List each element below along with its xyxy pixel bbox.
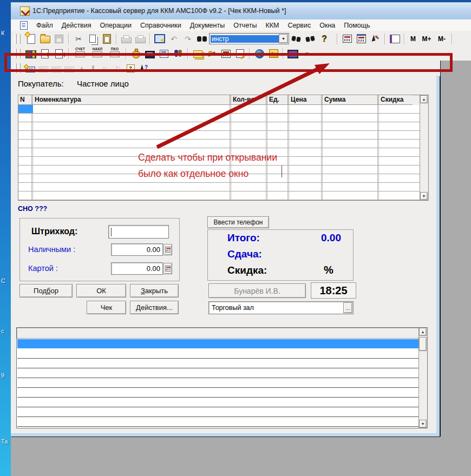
- barcode-input[interactable]: [108, 225, 169, 239]
- column-header-unit[interactable]: Ед.: [267, 95, 289, 105]
- close-button[interactable]: Закрыть: [130, 284, 179, 298]
- paste-icon[interactable]: [100, 33, 113, 45]
- find-next-icon[interactable]: [290, 33, 303, 45]
- menu-windows[interactable]: Окна: [315, 21, 339, 30]
- items-table: N Номенклатура Кол-во Ед. Цена Сумма Ски…: [18, 95, 429, 201]
- discount-label: Скидка:: [227, 265, 267, 276]
- desktop-icon-label[interactable]: К: [1, 30, 4, 36]
- menu-file[interactable]: Файл: [32, 21, 57, 30]
- annotation-line-2: было как отдельное окно: [138, 168, 248, 180]
- pick-button[interactable]: Подбор: [19, 284, 73, 298]
- find-combobox[interactable]: инстр ▼: [209, 33, 289, 44]
- ok-button[interactable]: ОК: [76, 284, 126, 298]
- discount-unit: %: [324, 264, 333, 276]
- memory-subtract-button[interactable]: M-: [435, 33, 449, 45]
- scroll-thumb[interactable]: [419, 337, 427, 351]
- zoom-edit-icon[interactable]: ✎: [369, 33, 382, 45]
- new-document-icon[interactable]: [24, 33, 37, 45]
- cut-icon[interactable]: ✂: [72, 33, 85, 45]
- find-previous-icon[interactable]: [304, 33, 317, 45]
- find-combobox-value: инстр: [211, 35, 279, 43]
- total-label: Итого:: [227, 232, 260, 244]
- window-title: 1С:Предприятие - Кассовый сервер для ККМ…: [32, 7, 286, 15]
- bottom-list-rows[interactable]: [17, 349, 418, 427]
- help-icon[interactable]: ?: [318, 33, 331, 45]
- scroll-up-icon[interactable]: ▲: [419, 328, 427, 336]
- actions-button[interactable]: Действия...: [130, 301, 179, 314]
- memory-add-button[interactable]: M+: [420, 33, 434, 45]
- sno-label: СНО ???: [18, 205, 47, 213]
- app-logo-icon: [20, 6, 30, 16]
- bottom-list-selected-row[interactable]: [17, 339, 418, 348]
- menu-bar: Файл Действия Операции Справочники Докум…: [11, 19, 471, 31]
- time-display: 18:25: [311, 282, 356, 299]
- menu-catalogs[interactable]: Справочники: [136, 21, 186, 30]
- document-menu-icon[interactable]: [20, 21, 28, 30]
- cash-label: Наличными :: [28, 245, 75, 254]
- menu-reports[interactable]: Отчеты: [229, 21, 261, 30]
- bottom-list[interactable]: ▲ ▼: [16, 327, 428, 428]
- print-preview-icon: [134, 33, 147, 45]
- open-folder-icon[interactable]: [38, 33, 51, 45]
- toolbar-grip[interactable]: [18, 34, 21, 44]
- enter-phone-button[interactable]: Ввести телефон: [207, 216, 269, 228]
- department-value: Торговый зал: [212, 304, 343, 312]
- calendar-icon[interactable]: [355, 33, 368, 45]
- screen: К С с 9 Та 1С:Предприятие - Кассовый сер…: [0, 0, 471, 476]
- find-dropdown-icon[interactable]: ▼: [279, 34, 288, 43]
- menu-help[interactable]: Помощь: [339, 21, 374, 30]
- menu-service[interactable]: Сервис: [283, 21, 315, 30]
- column-header-sum[interactable]: Сумма: [323, 95, 379, 105]
- scroll-up-icon[interactable]: ▲: [420, 95, 428, 103]
- print-icon: [120, 33, 133, 45]
- scroll-down-icon[interactable]: ▼: [420, 192, 428, 200]
- bottom-list-header: [17, 328, 419, 339]
- items-table-header: N Номенклатура Кол-во Ед. Цена Сумма Ски…: [18, 95, 428, 105]
- desktop-icon-label[interactable]: С: [1, 277, 5, 284]
- column-header-n[interactable]: N: [18, 95, 33, 105]
- selected-cell[interactable]: [18, 105, 33, 113]
- card-input[interactable]: 0.00: [111, 262, 163, 275]
- scroll-down-icon[interactable]: ▼: [419, 420, 427, 428]
- copy-icon[interactable]: [86, 33, 99, 45]
- toolbar-standard: ✂ ↶ ↷ инстр ▼ ? ✎ M M+ M-: [11, 31, 471, 47]
- guide-icon[interactable]: [388, 33, 401, 45]
- cash-calculator-icon[interactable]: [163, 244, 172, 255]
- menu-actions[interactable]: Действия: [57, 21, 96, 30]
- cashier-field[interactable]: Бунарёв И.В.: [208, 283, 306, 298]
- column-header-price[interactable]: Цена: [289, 95, 323, 105]
- interface-icon[interactable]: [153, 33, 166, 45]
- card-label: Картой :: [28, 264, 58, 273]
- menu-documents[interactable]: Документы: [186, 21, 229, 30]
- barcode-label: Штрихкод:: [31, 227, 77, 236]
- text-caret: [282, 166, 282, 177]
- toolbar-grip[interactable]: [14, 34, 17, 44]
- calculator-icon[interactable]: [341, 33, 354, 45]
- buyer-value[interactable]: Частное лицо: [77, 79, 129, 88]
- items-table-scrollbar[interactable]: ▲ ▼: [420, 95, 428, 200]
- menu-operations[interactable]: Операции: [96, 21, 136, 30]
- title-bar[interactable]: 1С:Предприятие - Кассовый сервер для ККМ…: [11, 0, 471, 19]
- buyer-label: Покупатель:: [18, 79, 64, 88]
- memory-recall-button[interactable]: M: [408, 33, 418, 45]
- find-icon[interactable]: [195, 33, 208, 45]
- menu-kkm[interactable]: ККМ: [261, 21, 283, 30]
- bottom-list-scrollbar[interactable]: ▲ ▼: [418, 328, 427, 428]
- cash-input[interactable]: 0.00: [111, 243, 163, 256]
- undo-icon: ↶: [167, 33, 180, 45]
- change-label: Сдача:: [227, 248, 262, 260]
- desktop-icon-label[interactable]: Та: [1, 438, 8, 445]
- mdi-background: [11, 437, 471, 476]
- total-value: 0.00: [300, 232, 341, 244]
- browse-button[interactable]: ...: [343, 302, 352, 313]
- desktop-icon-label[interactable]: с: [1, 328, 4, 334]
- column-header-discount[interactable]: Скидка: [379, 95, 413, 105]
- annotation-line-1: Сделать чтобы при открывании: [138, 152, 277, 163]
- redo-icon: ↷: [181, 33, 194, 45]
- department-combobox[interactable]: Торговый зал ...: [208, 301, 354, 314]
- card-calculator-icon[interactable]: [163, 263, 172, 274]
- desktop-icon-label[interactable]: 9: [1, 372, 4, 379]
- column-header-nomenclature[interactable]: Номенклатура: [33, 95, 231, 105]
- check-button[interactable]: Чек: [87, 301, 126, 314]
- column-header-qty[interactable]: Кол-во: [231, 95, 267, 105]
